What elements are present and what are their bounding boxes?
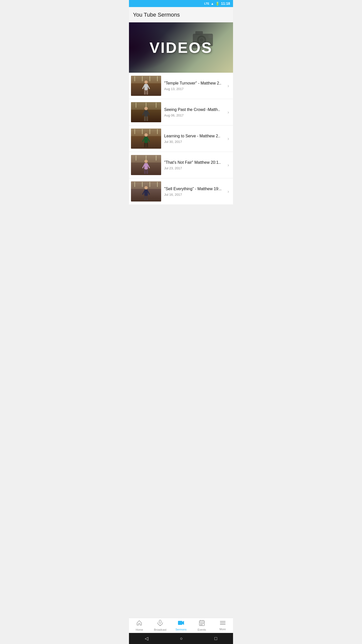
svg-rect-14: [144, 90, 146, 95]
android-nav-bar: ◁ ○ □: [129, 633, 233, 644]
svg-rect-23: [144, 137, 148, 143]
svg-rect-20: [144, 116, 146, 121]
android-home-button[interactable]: ○: [180, 636, 183, 641]
video-info: "Sell Everything" - Matthew 19:.. Jul 16…: [161, 186, 228, 196]
svg-line-12: [143, 86, 144, 89]
svg-rect-15: [146, 90, 148, 95]
list-item[interactable]: Seeing Past the Crowd -Matth.. Aug 06, 2…: [129, 99, 233, 126]
svg-rect-53: [202, 624, 202, 625]
svg-rect-35: [144, 190, 148, 196]
video-thumbnail: [131, 76, 161, 96]
bottom-navigation: Home Broadcast Sermons: [129, 618, 233, 633]
page-header: You Tube Sermons: [129, 7, 233, 22]
svg-rect-32: [144, 169, 146, 174]
video-info: Learning to Serve - Matthew 2.. Jul 30, …: [161, 134, 228, 144]
list-item[interactable]: "Temple Turnover" - Matthew 2.. Aug 13, …: [129, 73, 233, 99]
video-info: Seeing Past the Crowd -Matth.. Aug 06, 2…: [161, 107, 228, 117]
svg-point-16: [145, 107, 148, 110]
hero-text: VIDEOS: [150, 39, 213, 56]
nav-label-sermons: Sermons: [175, 628, 187, 631]
svg-rect-51: [203, 623, 204, 624]
video-title: "Temple Turnover" - Matthew 2..: [164, 81, 224, 86]
mic-icon: [157, 620, 163, 627]
svg-point-28: [145, 160, 148, 163]
svg-rect-17: [144, 110, 148, 117]
video-date: Jul 30, 2017: [164, 140, 224, 144]
android-back-button[interactable]: ◁: [145, 636, 148, 641]
video-title: Seeing Past the Crowd -Matth..: [164, 107, 224, 112]
chevron-right-icon: ›: [228, 83, 229, 89]
chevron-right-icon: ›: [228, 163, 229, 168]
svg-marker-44: [182, 621, 184, 625]
video-date: Jul 23, 2017: [164, 166, 224, 170]
video-date: Aug 13, 2017: [164, 87, 224, 91]
chevron-right-icon: ›: [228, 189, 229, 194]
video-icon: [178, 620, 184, 627]
menu-icon: [220, 620, 226, 627]
list-item[interactable]: "That's Not Fair" Matthew 20:1.. Jul 23,…: [129, 152, 233, 178]
svg-point-22: [145, 133, 148, 137]
svg-rect-49: [200, 623, 201, 624]
status-bar: LTE ▲ 🔋 11:18: [129, 0, 233, 7]
chevron-right-icon: ›: [228, 110, 229, 115]
svg-rect-29: [144, 163, 148, 170]
svg-rect-38: [144, 196, 146, 200]
lte-label: LTE: [204, 2, 209, 5]
nav-item-home[interactable]: Home: [129, 618, 150, 633]
video-title: "Sell Everything" - Matthew 19:..: [164, 186, 224, 192]
svg-rect-1: [195, 31, 203, 35]
status-time: 11:18: [221, 2, 230, 6]
video-thumbnail: [131, 155, 161, 175]
nav-item-more[interactable]: More: [212, 618, 233, 633]
svg-line-36: [143, 191, 144, 194]
video-title: "That's Not Fair" Matthew 20:1..: [164, 160, 224, 165]
video-date: Jul 16, 2017: [164, 193, 224, 196]
calendar-icon: [199, 620, 205, 627]
svg-rect-27: [146, 143, 148, 147]
svg-line-19: [148, 112, 149, 115]
svg-rect-50: [202, 623, 202, 624]
page-title: You Tube Sermons: [133, 12, 229, 18]
video-date: Aug 06, 2017: [164, 113, 224, 117]
video-thumbnail: [131, 102, 161, 122]
svg-line-24: [143, 138, 144, 141]
nav-label-more: More: [219, 628, 226, 631]
video-list: "Temple Turnover" - Matthew 2.. Aug 13, …: [129, 73, 233, 205]
svg-line-25: [148, 138, 149, 141]
svg-rect-21: [146, 116, 148, 121]
battery-icon: 🔋: [215, 2, 219, 6]
nav-item-sermons[interactable]: Sermons: [171, 618, 192, 633]
signal-icon: ▲: [211, 2, 214, 6]
video-thumbnail: [131, 181, 161, 202]
svg-rect-11: [144, 84, 148, 91]
video-thumbnail: [131, 129, 161, 149]
svg-rect-33: [146, 169, 148, 174]
nav-label-broadcast: Broadcast: [154, 628, 166, 631]
hero-banner[interactable]: VIDEOS: [129, 22, 233, 73]
svg-rect-39: [146, 196, 148, 200]
svg-rect-40: [159, 620, 161, 623]
nav-item-broadcast[interactable]: Broadcast: [150, 618, 171, 633]
svg-point-34: [145, 186, 148, 189]
svg-point-10: [145, 80, 148, 84]
svg-line-18: [143, 112, 144, 115]
svg-line-31: [148, 165, 149, 168]
nav-label-home: Home: [136, 628, 143, 631]
video-info: "That's Not Fair" Matthew 20:1.. Jul 23,…: [161, 160, 228, 170]
video-title: Learning to Serve - Matthew 2..: [164, 134, 224, 139]
chevron-right-icon: ›: [228, 136, 229, 141]
list-item[interactable]: Learning to Serve - Matthew 2.. Jul 30, …: [129, 126, 233, 152]
svg-rect-26: [144, 143, 146, 147]
home-icon: [136, 620, 142, 627]
nav-label-events: Events: [198, 628, 206, 631]
video-info: "Temple Turnover" - Matthew 2.. Aug 13, …: [161, 81, 228, 91]
svg-rect-5: [208, 35, 213, 38]
svg-line-13: [148, 86, 149, 89]
svg-line-30: [143, 165, 144, 168]
svg-rect-43: [178, 621, 182, 625]
list-item[interactable]: "Sell Everything" - Matthew 19:.. Jul 16…: [129, 178, 233, 205]
svg-line-37: [148, 191, 149, 194]
svg-rect-52: [200, 624, 201, 625]
android-recent-button[interactable]: □: [214, 636, 217, 641]
nav-item-events[interactable]: Events: [191, 618, 212, 633]
